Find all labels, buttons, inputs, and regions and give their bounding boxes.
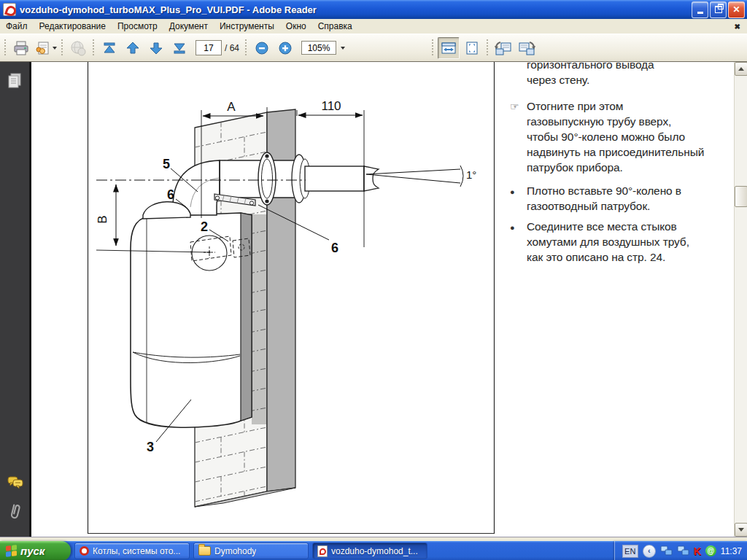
zoom-in-button[interactable] [274,37,296,59]
email-share-icon [34,41,50,55]
menu-document[interactable]: Документ [163,19,214,34]
restore-button[interactable] [710,1,727,18]
text-line: Плотно вставьте 90°-колено в [527,183,681,198]
previous-page-button[interactable] [122,37,144,59]
tray-collapse-button[interactable] [643,545,656,558]
instruction-text-column: горизонтального вывода через стену. ☞ От… [510,62,729,273]
taskbar-item-folder[interactable]: Dymohody [193,542,309,559]
paragraph: ● Плотно вставьте 90°-колено в газоотвод… [510,183,729,214]
menu-edit[interactable]: Редактирование [34,19,112,34]
scrollbar-thumb[interactable] [735,186,747,207]
zoom-level-value[interactable]: 105% [301,41,336,55]
zoom-dropdown-button[interactable] [336,41,347,55]
pointing-hand-icon: ☞ [510,98,527,175]
network-icon[interactable] [677,545,689,556]
email-button[interactable] [34,37,58,59]
adobe-reader-window: vozduho-dymohod_turboMAX_Plus_Pro_VUI.PD… [0,0,747,560]
text-line: горизонтального вывода [527,62,654,72]
tray-clock[interactable]: 11:37 [721,546,742,556]
rotate-counterclockwise-icon [494,40,513,56]
next-page-icon [149,42,163,55]
close-document-icon[interactable] [728,21,747,31]
comments-panel-button[interactable] [7,475,24,494]
title-bar: vozduho-dymohod_turboMAX_Plus_Pro_VUI.PD… [0,0,747,19]
taskbar-item-pdf[interactable]: vozduho-dymohod_t... [312,542,427,559]
start-button[interactable]: пуск [0,541,71,560]
callout-5: 5 [163,157,170,171]
language-indicator[interactable]: EN [622,545,638,558]
dim-a-label: A [227,100,236,114]
text-line: газовыпускную трубу вверх, [527,114,704,129]
menu-window[interactable]: Окно [280,19,312,34]
zoom-out-button[interactable] [251,37,273,59]
pdf-icon [317,545,328,557]
comments-icon [7,475,24,491]
rotate-clockwise-icon [517,40,536,56]
bullet-icon: ● [510,219,527,265]
menu-help[interactable]: Справка [312,19,358,34]
text-line: Отогните при этом [527,98,704,114]
taskbar: пуск Котлы, системы ото... Dymohody vozd… [0,541,747,560]
arrow-up-icon [738,67,744,71]
print-button[interactable] [10,37,32,59]
rotate-cw-button[interactable] [516,37,538,59]
kaspersky-icon[interactable] [694,546,701,556]
dropdown-arrow-icon [341,47,345,50]
callout-6-top: 6 [167,187,174,202]
opera-icon [80,546,89,556]
toolbar-grip [486,39,489,57]
scroll-up-button[interactable] [735,62,747,76]
toolbar-grip [244,39,248,57]
pages-icon [7,72,23,90]
scroll-down-button[interactable] [735,523,747,537]
navigation-pane [0,62,31,537]
system-tray: EN 11:37 [614,541,747,560]
next-page-button[interactable] [145,37,167,59]
start-button-label: пуск [20,545,44,557]
boiler [131,213,252,427]
last-page-icon [172,42,187,55]
paperclip-icon [7,502,23,521]
callout-2: 2 [201,219,208,234]
toolbar-grip [92,39,96,57]
fit-width-button[interactable] [438,37,460,59]
last-page-button[interactable] [169,37,190,59]
angle-1deg-label: 1° [466,168,476,181]
menu-file[interactable]: Файл [0,19,34,34]
fit-width-icon [441,41,457,55]
menu-view[interactable]: Просмотр [112,19,163,34]
text-line: как это описано на стр. 24. [527,249,689,265]
messenger-icon[interactable] [705,545,716,556]
network-icon[interactable] [660,545,673,556]
paragraph: ● Соедините все места стыков хомутами дл… [510,219,729,265]
attachments-panel-button[interactable] [7,502,23,524]
menu-bar: Файл Редактирование Просмотр Документ Ин… [0,19,747,34]
pages-panel-button[interactable] [7,72,23,93]
text-line: патрубок прибора. [527,160,704,175]
taskbar-item-opera[interactable]: Котлы, системы ото... [74,542,190,559]
fit-page-button[interactable] [461,37,483,59]
collaborate-button-disabled[interactable] [67,37,89,59]
toolbar-grip [61,39,64,57]
toolbar-grip [431,39,435,57]
callout-3: 3 [147,440,154,454]
bullet-icon: ● [510,183,527,214]
toolbar-grip [4,39,7,57]
first-page-button[interactable] [98,37,120,59]
fit-page-icon [464,41,480,55]
vertical-scrollbar[interactable] [734,62,747,537]
first-page-icon [102,42,117,55]
globe-page-icon [69,40,87,56]
previous-page-icon [125,42,140,55]
text-line: через стену. [527,72,654,88]
page-number-input[interactable] [196,40,222,55]
rotate-ccw-button[interactable] [492,37,514,59]
windows-logo-icon [6,545,17,557]
menu-tools[interactable]: Инструменты [214,19,280,34]
document-page[interactable]: A 110 B 1° 5 6 2 6 3 горизонтального выв… [31,62,734,537]
task-label: Dymohody [214,546,256,556]
text-line: газоотводный патрубок. [527,198,681,214]
close-button[interactable] [728,1,745,18]
minimize-button[interactable] [692,1,708,18]
text-line: чтобы 90°-колено можно было [527,129,704,144]
